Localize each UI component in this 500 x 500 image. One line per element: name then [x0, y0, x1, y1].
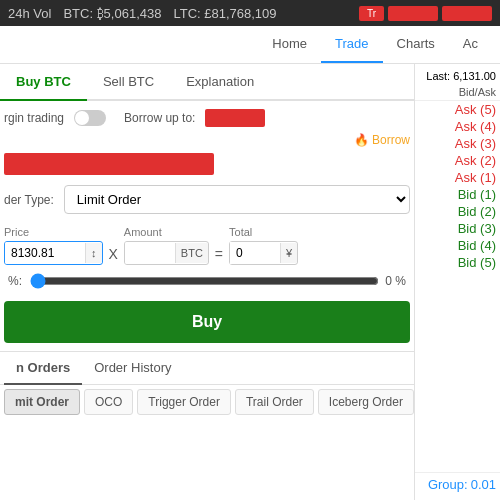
total-suffix: ¥ — [280, 243, 297, 263]
order-type-row: der Type: Limit Order Market Order Stop … — [0, 177, 414, 222]
tab-open-orders[interactable]: n Orders — [4, 352, 82, 385]
subtab-iceberg[interactable]: Iceberg Order — [318, 389, 414, 415]
ob-bid-5[interactable]: Bid (5) — [415, 254, 500, 271]
btc-vol: BTC: ₿5,061,438 — [63, 6, 161, 21]
price-input[interactable] — [5, 242, 85, 264]
tab-order-history[interactable]: Order History — [82, 352, 183, 385]
order-tabs: n Orders Order History — [0, 352, 414, 385]
ob-bid-4[interactable]: Bid (4) — [415, 237, 500, 254]
ob-bid-2[interactable]: Bid (2) — [415, 203, 500, 220]
percent-slider[interactable] — [30, 273, 379, 289]
nav-charts[interactable]: Charts — [383, 26, 449, 63]
equals-sign: = — [213, 246, 225, 262]
toggle-knob — [75, 111, 89, 125]
amount-label: Amount — [124, 226, 209, 238]
ob-ask-3[interactable]: Ask (3) — [415, 135, 500, 152]
multiply-sign: X — [107, 246, 120, 262]
order-subtabs: mit Order OCO Trigger Order Trail Order … — [0, 385, 414, 419]
topbar-btn-3[interactable] — [442, 6, 492, 21]
nav-bar: Home Trade Charts Ac — [0, 26, 500, 64]
amount-suffix: BTC — [175, 243, 208, 263]
amount-input[interactable] — [125, 242, 175, 264]
topbar-btn-1[interactable]: Tr — [359, 6, 384, 21]
tab-sell-btc[interactable]: Sell BTC — [87, 64, 170, 101]
subtab-limit[interactable]: mit Order — [4, 389, 80, 415]
nav-home[interactable]: Home — [258, 26, 321, 63]
topbar-btn-2[interactable] — [388, 6, 438, 21]
borrow-label: Borrow up to: — [124, 111, 195, 125]
total-group: Total ¥ — [229, 226, 298, 265]
nav-trade[interactable]: Trade — [321, 26, 382, 63]
percent-label: %: — [8, 274, 24, 288]
ob-ask-1[interactable]: Ask (1) — [415, 169, 500, 186]
price-group: Price ↕ — [4, 226, 103, 265]
ltc-vol: LTC: £81,768,109 — [173, 6, 276, 21]
top-bar-buttons: Tr — [359, 6, 492, 21]
total-input-wrap: ¥ — [229, 241, 298, 265]
borrow-value-box — [205, 109, 265, 127]
top-bar-info: 24h Vol BTC: ₿5,061,438 LTC: £81,768,109 — [8, 6, 277, 21]
ob-bid-3[interactable]: Bid (3) — [415, 220, 500, 237]
margin-row: rgin trading Borrow up to: — [4, 101, 414, 131]
price-input-wrap: ↕ — [4, 241, 103, 265]
ob-ask-2[interactable]: Ask (2) — [415, 152, 500, 169]
borrow-row: 🔥 Borrow — [0, 131, 414, 151]
red-banner — [4, 153, 214, 175]
amount-input-wrap: BTC — [124, 241, 209, 265]
amount-group: Amount BTC — [124, 226, 209, 265]
tab-buy-btc[interactable]: Buy BTC — [0, 64, 87, 101]
price-label: Price — [4, 226, 103, 238]
ob-ask-5[interactable]: Ask (5) — [415, 101, 500, 118]
trade-panel: Buy BTC Sell BTC Explanation rgin tradin… — [0, 64, 415, 500]
total-label: Total — [229, 226, 298, 238]
trade-tabs: Buy BTC Sell BTC Explanation — [0, 64, 414, 101]
ob-ask-4[interactable]: Ask (4) — [415, 118, 500, 135]
order-type-label: der Type: — [4, 193, 54, 207]
tab-explanation[interactable]: Explanation — [170, 64, 270, 101]
percent-row: %: 0 % — [0, 269, 414, 293]
ob-bid-1[interactable]: Bid (1) — [415, 186, 500, 203]
fields-row: Price ↕ X Amount BTC = — [0, 222, 414, 269]
borrow-button[interactable]: 🔥 Borrow — [354, 133, 410, 147]
orderbook-panel: Last: 6,131.00 Bid/Ask Ask (5) Ask (4) A… — [415, 64, 500, 500]
trade-content: rgin trading Borrow up to: 🔥 Borrow der … — [0, 101, 414, 500]
price-suffix: ↕ — [85, 243, 102, 263]
subtab-trigger[interactable]: Trigger Order — [137, 389, 231, 415]
top-bar: 24h Vol BTC: ₿5,061,438 LTC: £81,768,109… — [0, 0, 500, 26]
ob-last: Last: 6,131.00 — [415, 68, 500, 84]
percent-value: 0 % — [385, 274, 406, 288]
vol-label: 24h Vol — [8, 6, 51, 21]
margin-label: rgin trading — [4, 111, 64, 125]
bottom-order-section: n Orders Order History mit Order OCO Tri… — [0, 351, 414, 419]
total-input[interactable] — [230, 242, 280, 264]
ob-group-value[interactable]: 0.01 — [471, 477, 496, 492]
nav-account[interactable]: Ac — [449, 26, 492, 63]
ob-group: Group: 0.01 — [415, 472, 500, 496]
main-layout: Buy BTC Sell BTC Explanation rgin tradin… — [0, 64, 500, 500]
margin-toggle[interactable] — [74, 110, 106, 126]
ob-bid-ask-header: Bid/Ask — [415, 84, 500, 101]
nav-items: Home Trade Charts Ac — [258, 26, 492, 63]
ob-group-label: Group: — [428, 477, 468, 492]
buy-button[interactable]: Buy — [4, 301, 410, 343]
subtab-oco[interactable]: OCO — [84, 389, 133, 415]
order-type-select[interactable]: Limit Order Market Order Stop Limit Stop… — [64, 185, 410, 214]
subtab-trail[interactable]: Trail Order — [235, 389, 314, 415]
